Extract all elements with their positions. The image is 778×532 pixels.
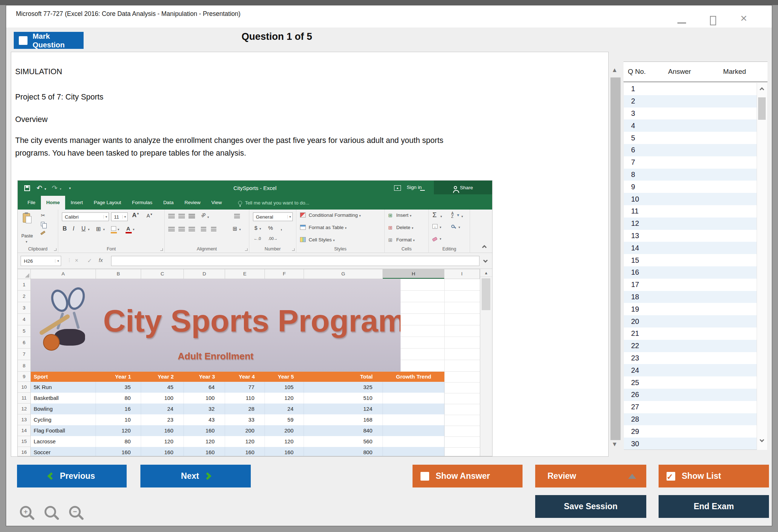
content-scroll-up-icon[interactable]: ▲ [612, 67, 618, 74]
empty-cells-region[interactable] [444, 372, 480, 456]
column-header[interactable]: H [383, 269, 444, 279]
increase-indent-icon[interactable] [211, 227, 216, 232]
sort-filter-icon[interactable]: AZ [451, 212, 454, 218]
format-as-table-button[interactable]: Format as Table ▾ [309, 225, 347, 230]
cell-styles-button[interactable]: Cell Styles ▾ [309, 237, 335, 242]
table-header-cell[interactable]: Growth Trend [383, 372, 444, 382]
autosum-dropdown-icon[interactable]: ▾ [440, 215, 442, 218]
list-item[interactable]: 19 [624, 303, 757, 315]
fill-down-icon[interactable]: ↓ [432, 224, 437, 229]
column-header[interactable]: A [31, 269, 96, 279]
cut-icon[interactable]: ✂ [41, 212, 45, 218]
conditional-formatting-button[interactable]: Conditional Formatting ▾ [309, 212, 361, 218]
table-cell[interactable]: 160 [141, 425, 184, 436]
table-cell[interactable] [383, 447, 444, 456]
table-cell[interactable]: 160 [184, 447, 225, 456]
show-list-button[interactable]: ✓ Show List [659, 465, 769, 487]
minimize-icon[interactable] [677, 22, 686, 24]
list-item[interactable]: 20 [624, 315, 757, 328]
end-exam-button[interactable]: End Exam [659, 495, 769, 518]
confirm-entry-icon[interactable]: ✓ [87, 257, 92, 264]
table-header-cell[interactable]: Year 4 [225, 372, 265, 382]
list-item[interactable]: 2 [624, 95, 757, 107]
table-cell[interactable]: 59 [265, 414, 304, 425]
list-item[interactable]: 8 [624, 169, 757, 181]
comma-style-icon[interactable]: , [280, 224, 282, 232]
list-item[interactable]: 22 [624, 340, 757, 352]
table-cell[interactable]: 510 [304, 393, 383, 404]
table-cell[interactable]: 28 [225, 404, 265, 414]
list-item[interactable]: 15 [624, 254, 757, 266]
ribbon-display-options-icon[interactable]: ▲ [394, 185, 401, 191]
table-cell[interactable]: 160 [184, 425, 225, 436]
accounting-dropdown-icon[interactable]: ▾ [259, 227, 261, 231]
format-as-table-icon[interactable] [300, 225, 306, 230]
table-cell[interactable]: 120 [225, 436, 265, 447]
table-cell[interactable]: 5K Run [31, 382, 96, 393]
delete-cells-button[interactable]: Delete ▾ [396, 225, 413, 230]
find-dropdown-icon[interactable]: ▾ [458, 225, 460, 229]
row-header[interactable]: 16 [18, 447, 30, 456]
tell-me-box[interactable]: Tell me what you want to do... [238, 196, 309, 210]
table-cell[interactable]: 64 [184, 382, 225, 393]
copy-icon[interactable] [41, 222, 45, 226]
borders-icon[interactable]: ⊞ [96, 225, 101, 232]
table-cell[interactable]: 45 [141, 382, 184, 393]
list-item[interactable]: 3 [624, 107, 757, 120]
delete-cells-icon[interactable]: ⊞ [388, 225, 393, 231]
row-header[interactable]: 4 [18, 314, 30, 325]
merge-dropdown-icon[interactable]: ▾ [239, 228, 241, 231]
row-header[interactable]: 12 [18, 404, 30, 414]
row-header[interactable]: 7 [18, 349, 30, 360]
content-scrollbar-thum b[interactable] [610, 77, 621, 440]
sort-filter-dropdown-icon[interactable]: ▾ [461, 215, 463, 218]
name-box[interactable]: H26▾ [21, 256, 61, 266]
mark-question-button[interactable]: Mark Question [14, 32, 84, 49]
list-scroll-down-icon[interactable] [760, 438, 764, 442]
table-cell[interactable]: Basketball [31, 393, 96, 404]
tab-home[interactable]: Home [41, 196, 65, 210]
redo-icon[interactable]: ↷ [52, 184, 58, 192]
table-cell[interactable]: Cycling [31, 414, 96, 425]
table-cell[interactable]: Lacrosse [31, 436, 96, 447]
tab-file[interactable]: File [22, 196, 41, 210]
table-cell[interactable] [383, 393, 444, 404]
undo-icon[interactable]: ↶ [37, 184, 42, 192]
undo-dropdown-icon[interactable]: ▾ [45, 187, 46, 191]
table-cell[interactable]: 16 [96, 404, 141, 414]
table-cell[interactable]: 168 [304, 414, 383, 425]
show-list-checkbox[interactable]: ✓ [667, 472, 675, 481]
format-cells-icon[interactable]: ⊞ [388, 237, 393, 243]
table-cell[interactable]: 32 [184, 404, 225, 414]
mark-question-checkbox[interactable] [19, 36, 28, 45]
row-header[interactable]: 10 [18, 382, 30, 393]
align-bottom-icon[interactable] [189, 214, 195, 219]
font-color-dropdown-icon[interactable]: ▾ [133, 228, 135, 231]
table-cell[interactable]: 800 [304, 447, 383, 456]
table-cell[interactable]: 77 [225, 382, 265, 393]
list-item[interactable]: 14 [624, 242, 757, 254]
list-item[interactable]: 17 [624, 279, 757, 291]
save-session-button[interactable]: Save Session [535, 495, 646, 518]
row-header[interactable]: 1 [18, 279, 30, 291]
table-cell[interactable] [383, 425, 444, 436]
column-header[interactable]: E [225, 269, 265, 279]
table-cell[interactable] [383, 382, 444, 393]
table-cell[interactable]: 105 [265, 382, 304, 393]
font-size-select[interactable]: 11▾ [111, 212, 128, 221]
formula-input[interactable] [111, 256, 479, 266]
tab-view[interactable]: View [206, 196, 227, 210]
table-header-cell[interactable]: Year 2 [141, 372, 184, 382]
bold-icon[interactable]: B [63, 225, 67, 232]
next-button[interactable]: Next [140, 465, 251, 487]
list-item[interactable]: 25 [624, 376, 757, 389]
table-cell[interactable]: 120 [141, 436, 184, 447]
tab-formulas[interactable]: Formulas [127, 196, 158, 210]
format-cells-button[interactable]: Format ▾ [396, 237, 415, 242]
orientation-icon[interactable]: ab [200, 211, 207, 218]
list-item[interactable]: 13 [624, 230, 757, 242]
table-header-cell[interactable]: Year 5 [265, 372, 304, 382]
table-cell[interactable]: Soccer [31, 447, 96, 456]
list-item[interactable]: 9 [624, 181, 757, 193]
list-item[interactable]: 5 [624, 132, 757, 144]
